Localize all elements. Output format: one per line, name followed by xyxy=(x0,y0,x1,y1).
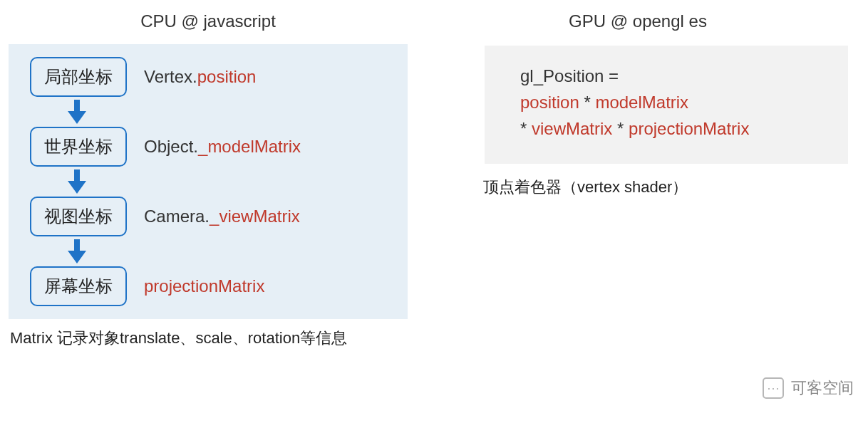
step-label-screen: projectionMatrix xyxy=(144,276,264,296)
arrow-down-icon xyxy=(30,239,124,263)
cpu-column: CPU @ javascript 局部坐标 Vertex.position 世界… xyxy=(9,11,408,349)
code-op: * xyxy=(579,93,596,112)
step-prefix: Vertex. xyxy=(144,67,197,86)
gpu-panel: gl_Position = position * modelMatrix * v… xyxy=(485,46,848,164)
code-op: * xyxy=(612,119,629,138)
step-view: 视图坐标 Camera._viewMatrix xyxy=(30,197,395,236)
step-box-local: 局部坐标 xyxy=(30,57,127,97)
step-label-local: Vertex.position xyxy=(144,67,256,87)
code-red: position xyxy=(520,93,579,112)
step-world: 世界坐标 Object._modelMatrix xyxy=(30,127,395,167)
code-line-2: position * modelMatrix xyxy=(520,89,827,115)
cpu-heading: CPU @ javascript xyxy=(9,11,408,31)
step-prefix: Camera. xyxy=(144,207,210,226)
arrow-down-icon xyxy=(30,100,124,124)
cpu-panel: 局部坐标 Vertex.position 世界坐标 Object._modelM… xyxy=(9,44,408,319)
gpu-column: GPU @ opengl es gl_Position = position *… xyxy=(485,11,848,198)
code-red: modelMatrix xyxy=(595,93,688,112)
watermark-text: 可客空间 xyxy=(791,377,854,399)
step-label-world: Object._modelMatrix xyxy=(144,137,301,157)
step-box-view: 视图坐标 xyxy=(30,197,127,236)
step-box-screen: 屏幕坐标 xyxy=(30,266,127,306)
step-red: _viewMatrix xyxy=(210,207,300,226)
step-red: position xyxy=(197,67,257,86)
code-line-3: * viewMatrix * projectionMatrix xyxy=(520,115,827,142)
step-red: _modelMatrix xyxy=(198,137,301,156)
step-prefix: Object. xyxy=(144,137,198,156)
step-box-world: 世界坐标 xyxy=(30,127,127,167)
watermark: ⋯ 可客空间 xyxy=(763,377,854,399)
arrow-down-icon xyxy=(30,169,124,194)
code-red: viewMatrix xyxy=(532,119,612,138)
cpu-footnote: Matrix 记录对象translate、scale、rotation等信息 xyxy=(10,328,408,349)
step-screen: 屏幕坐标 projectionMatrix xyxy=(30,266,395,306)
code-op: * xyxy=(520,119,532,138)
wechat-icon: ⋯ xyxy=(763,377,784,399)
gpu-caption: 顶点着色器（vertex shader） xyxy=(483,177,848,198)
step-red: projectionMatrix xyxy=(144,276,264,296)
step-label-view: Camera._viewMatrix xyxy=(144,207,300,226)
code-line-1: gl_Position = xyxy=(520,63,827,89)
code-red: projectionMatrix xyxy=(629,119,749,138)
step-local: 局部坐标 Vertex.position xyxy=(30,57,395,97)
gpu-heading: GPU @ opengl es xyxy=(456,11,820,31)
